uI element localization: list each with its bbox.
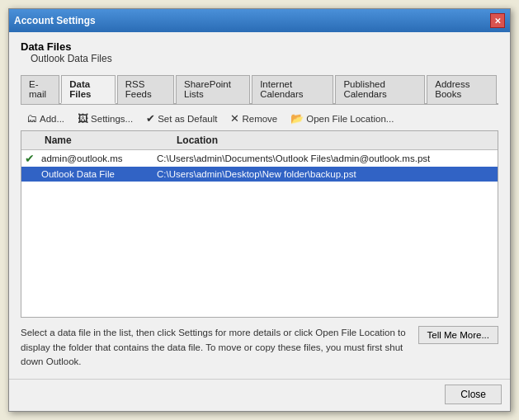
row-location: C:\Users\admin\Desktop\New folder\backup… [153, 168, 498, 180]
tab-internet-cal[interactable]: Internet Calendars [252, 75, 333, 104]
add-button[interactable]: 🗂 Add... [21, 110, 70, 127]
section-subtitle: Outlook Data Files [31, 53, 498, 64]
title-bar-buttons: ✕ [490, 13, 505, 28]
set-default-button[interactable]: ✔ Set as Default [140, 110, 223, 127]
settings-icon: 🖼 [78, 112, 88, 125]
name-column-header: Name [38, 133, 170, 148]
list-header: Name Location [21, 131, 498, 150]
folder-icon: 📂 [290, 112, 304, 125]
footer: Close [9, 379, 510, 411]
tabs-row: E-mail Data Files RSS Feeds SharePoint L… [21, 74, 498, 105]
close-button[interactable]: Close [445, 385, 502, 404]
tab-email[interactable]: E-mail [21, 75, 59, 104]
info-text: Select a data file in the list, then cli… [21, 326, 412, 369]
add-icon: 🗂 [26, 112, 37, 125]
location-column-header: Location [170, 133, 498, 148]
settings-button[interactable]: 🖼 Settings... [72, 110, 139, 127]
checkmark-icon: ✔ [146, 112, 155, 125]
window-title: Account Settings [14, 15, 96, 26]
default-check-icon: ✔ [21, 152, 38, 165]
tab-data-files[interactable]: Data Files [61, 75, 115, 104]
open-location-button[interactable]: 📂 Open File Location... [285, 110, 399, 127]
table-row[interactable]: Outlook Data File C:\Users\admin\Desktop… [21, 167, 498, 182]
tab-published-cal[interactable]: Published Calendars [335, 75, 425, 104]
title-bar: Account Settings ✕ [9, 9, 510, 32]
close-window-button[interactable]: ✕ [490, 13, 505, 28]
table-row[interactable]: ✔ admin@outlook.ms C:\Users\admin\Docume… [21, 150, 498, 167]
info-area: Select a data file in the list, then cli… [21, 323, 498, 372]
data-files-list: Name Location ✔ admin@outlook.ms C:\User… [21, 130, 498, 318]
section-title: Data Files [21, 40, 498, 53]
tab-rss-feeds[interactable]: RSS Feeds [117, 75, 174, 104]
row-name: admin@outlook.ms [38, 153, 153, 164]
remove-icon: ✕ [230, 112, 239, 125]
remove-button[interactable]: ✕ Remove [224, 110, 283, 127]
account-settings-window: Account Settings ✕ Data Files Outlook Da… [8, 8, 511, 412]
section-header: Data Files Outlook Data Files [21, 40, 498, 64]
row-location: C:\Users\admin\Documents\Outlook Files\a… [153, 153, 498, 164]
row-name: Outlook Data File [38, 168, 153, 180]
tab-address-books[interactable]: Address Books [427, 75, 497, 104]
toolbar: 🗂 Add... 🖼 Settings... ✔ Set as Default … [21, 105, 498, 130]
tab-sharepoint[interactable]: SharePoint Lists [176, 75, 250, 104]
content-area: Data Files Outlook Data Files E-mail Dat… [9, 32, 510, 379]
tell-me-more-button[interactable]: Tell Me More... [418, 326, 498, 344]
